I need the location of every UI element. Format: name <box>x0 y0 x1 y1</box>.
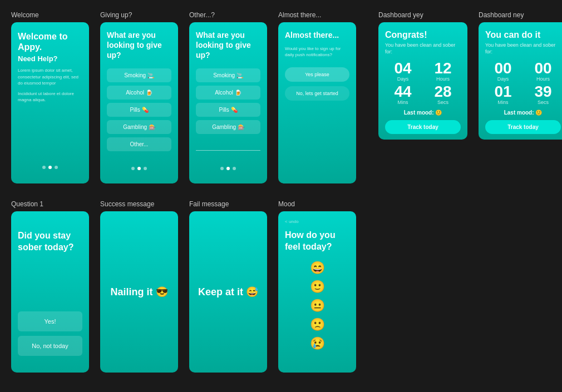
days-value: 04 <box>394 61 411 76</box>
bottom-row: Question 1 Did you stay sober today? Yes… <box>11 200 551 373</box>
secs-value: 28 <box>434 84 451 100</box>
fail-card: Fail message Keep at it 😅 <box>189 200 267 373</box>
other-card: Other...? What are you looking to give u… <box>189 11 267 183</box>
mood-question: How do you feel today? <box>285 230 349 253</box>
days-label: Days <box>397 76 409 82</box>
dashboard-ney-card: You can do it You have been clean and so… <box>479 22 562 140</box>
other-choice-pills[interactable]: Pills 💊 <box>196 103 260 117</box>
question-card: Question 1 Did you stay sober today? Yes… <box>11 200 89 373</box>
mins-value-ney: 01 <box>494 84 511 100</box>
welcome-screen: Welcome to Appy. Need Help? Lorem ipsum … <box>11 22 89 183</box>
sober-text: You have been clean and sober for: <box>385 42 461 55</box>
emoji-list: 😄 🙂 😐 🙁 😢 <box>285 261 349 351</box>
giving-label: Giving up? <box>100 11 178 19</box>
success-card: Success message Nailing it 😎 <box>100 200 178 373</box>
mood-label: Mood <box>278 200 356 208</box>
hours-label: Hours <box>436 76 450 82</box>
almost-title: Almost there... <box>285 30 349 40</box>
choice-pills[interactable]: Pills 💊 <box>107 103 171 117</box>
fail-screen: Keep at it 😅 <box>189 211 267 373</box>
no-answer-button[interactable]: No, not today <box>18 336 82 356</box>
hours-cell-ney: 00 Hours <box>525 61 561 82</box>
hours-value-ney: 00 <box>534 61 551 76</box>
yes-please-button[interactable]: Yes please <box>285 67 349 82</box>
secs-cell-ney: 39 Secs <box>525 84 561 105</box>
app-layout: Welcome Welcome to Appy. Need Help? Lore… <box>11 11 551 373</box>
hours-label-ney: Hours <box>536 76 550 82</box>
dashboard-yey-group: Dashboard yey Congrats! You have been cl… <box>378 11 467 140</box>
other-choice-alcohol[interactable]: Alcohol 🍺 <box>196 86 260 100</box>
secs-value-ney: 39 <box>534 84 551 100</box>
success-text: Nailing it 😎 <box>111 286 168 298</box>
almost-body: Would you like to sign up for daily push… <box>285 46 349 58</box>
welcome-body1: Lorem ipsum dolor sit amet, consectetur … <box>18 67 82 86</box>
top-row: Welcome Welcome to Appy. Need Help? Lore… <box>11 11 551 183</box>
dashboard-yey-label: Dashboard yey <box>378 11 467 19</box>
track-today-yey-button[interactable]: Track today <box>385 120 461 134</box>
emoji-sad[interactable]: 😢 <box>310 336 325 351</box>
sober-text-ney: You have been clean and sober for: <box>485 42 561 55</box>
mins-label: Mins <box>397 100 408 105</box>
other-choice-smoking[interactable]: Smoking 🚬 <box>196 68 260 82</box>
dot-3 <box>55 166 58 169</box>
no-get-started-button[interactable]: No, lets get started <box>285 86 349 101</box>
mins-cell: 44 Mins <box>385 84 421 105</box>
question-text: Did you stay sober today? <box>18 230 82 254</box>
fail-label: Fail message <box>189 200 267 208</box>
success-screen: Nailing it 😎 <box>100 211 178 373</box>
time-grid-yey: 04 Days 12 Hours 44 Mins 28 <box>385 61 461 105</box>
other-choice-gambling[interactable]: Gambling 🎰 <box>196 120 260 134</box>
other-label: Other...? <box>189 11 267 19</box>
choice-alcohol[interactable]: Alcohol 🍺 <box>107 86 171 100</box>
dashboard-ney-group: Dashboard ney You can do it You have bee… <box>479 11 562 140</box>
mood-screen: < undo How do you feel today? 😄 🙂 😐 🙁 😢 <box>278 211 356 373</box>
undo-text[interactable]: < undo <box>285 219 349 224</box>
welcome-subtitle: Need Help? <box>18 54 82 63</box>
other-input[interactable] <box>196 137 260 151</box>
track-today-ney-button[interactable]: Track today <box>485 120 561 134</box>
days-value-ney: 00 <box>494 61 511 76</box>
almost-label: Almost there... <box>278 11 356 19</box>
congrats-title: Congrats! <box>385 30 461 40</box>
yes-answer-button[interactable]: Yes! <box>18 311 82 331</box>
giving-title: What are you looking to give up? <box>107 30 171 61</box>
secs-label: Secs <box>437 100 448 105</box>
welcome-title: Welcome to Appy. <box>18 31 82 52</box>
hours-cell: 12 Hours <box>425 61 461 82</box>
dot-2 <box>48 166 52 169</box>
question-label: Question 1 <box>11 200 89 208</box>
other-title: What are you looking to give up? <box>196 30 260 61</box>
dot-1 <box>42 166 46 169</box>
question-screen: Did you stay sober today? Yes! No, not t… <box>11 211 89 373</box>
welcome-label: Welcome <box>11 11 89 19</box>
other-dots <box>196 167 260 176</box>
choice-smoking[interactable]: Smoking 🚬 <box>107 68 171 82</box>
mood-card: Mood < undo How do you feel today? 😄 🙂 😐… <box>278 200 356 373</box>
other-screen: What are you looking to give up? Smoking… <box>189 22 267 183</box>
giving-dots <box>107 167 171 176</box>
emoji-happy[interactable]: 😄 <box>310 261 325 275</box>
you-can-title: You can do it <box>485 30 561 40</box>
almost-screen: Almost there... Would you like to sign u… <box>278 22 356 183</box>
choice-other[interactable]: Other... <box>107 137 171 151</box>
giving-screen: What are you looking to give up? Smoking… <box>100 22 178 183</box>
dashboard-yey-card: Congrats! You have been clean and sober … <box>378 22 467 140</box>
dot-1 <box>131 167 135 170</box>
choice-gambling[interactable]: Gambling 🎰 <box>107 120 171 134</box>
emoji-slight-smile[interactable]: 🙂 <box>310 280 325 294</box>
dot-3 <box>144 167 147 170</box>
welcome-card: Welcome Welcome to Appy. Need Help? Lore… <box>11 11 89 183</box>
mins-label-ney: Mins <box>497 100 508 105</box>
mins-value: 44 <box>394 84 411 100</box>
days-cell-ney: 00 Days <box>485 61 521 82</box>
welcome-body2: Incididunt ut labore et dolore magna ali… <box>18 91 82 103</box>
dot-2 <box>137 167 141 170</box>
emoji-neutral[interactable]: 😐 <box>310 299 325 313</box>
days-cell: 04 Days <box>385 61 421 82</box>
secs-label-ney: Secs <box>538 100 549 105</box>
days-label-ney: Days <box>497 76 509 82</box>
dot-2 <box>226 167 230 170</box>
emoji-slight-frown[interactable]: 🙁 <box>310 317 325 332</box>
welcome-dots <box>18 166 82 175</box>
mins-cell-ney: 01 Mins <box>485 84 521 105</box>
